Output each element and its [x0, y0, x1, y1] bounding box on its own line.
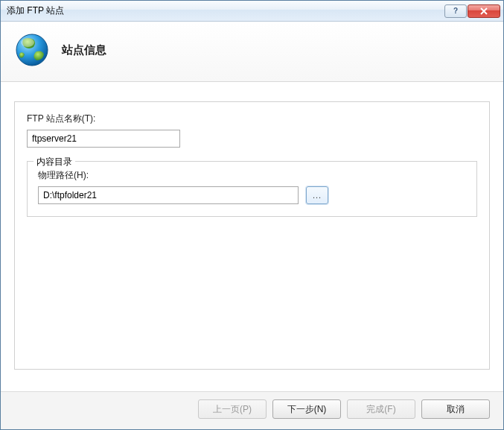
content-area: FTP 站点名称(T): 内容目录 物理路径(H): ... [1, 82, 503, 391]
button-bar: 上一页(P) 下一步(N) 完成(F) 取消 [1, 391, 503, 429]
finish-button: 完成(F) [347, 399, 415, 419]
close-button[interactable] [468, 4, 500, 18]
help-button[interactable]: ? [444, 4, 467, 18]
site-name-label: FTP 站点名称(T): [27, 113, 477, 125]
content-directory-group: 内容目录 物理路径(H): ... [27, 161, 477, 217]
dialog-window: 添加 FTP 站点 ? [0, 0, 504, 430]
browse-button[interactable]: ... [306, 186, 328, 204]
previous-button: 上一页(P) [198, 399, 267, 419]
help-icon: ? [453, 7, 458, 15]
close-icon [479, 7, 488, 15]
globe-icon [14, 32, 50, 68]
form-panel: FTP 站点名称(T): 内容目录 物理路径(H): ... [14, 101, 490, 370]
physical-path-label: 物理路径(H): [38, 169, 466, 182]
next-button[interactable]: 下一步(N) [272, 399, 341, 419]
page-title: 站点信息 [62, 43, 106, 57]
window-title: 添加 FTP 站点 [7, 4, 444, 17]
header-panel: 站点信息 [1, 22, 503, 82]
window-controls: ? [444, 4, 500, 18]
titlebar: 添加 FTP 站点 ? [1, 1, 503, 22]
physical-path-row: ... [38, 186, 466, 204]
physical-path-input[interactable] [38, 186, 299, 204]
svg-point-1 [21, 38, 34, 47]
site-name-input[interactable] [27, 130, 180, 148]
content-directory-legend: 内容目录 [34, 156, 75, 168]
cancel-button[interactable]: 取消 [421, 399, 490, 419]
